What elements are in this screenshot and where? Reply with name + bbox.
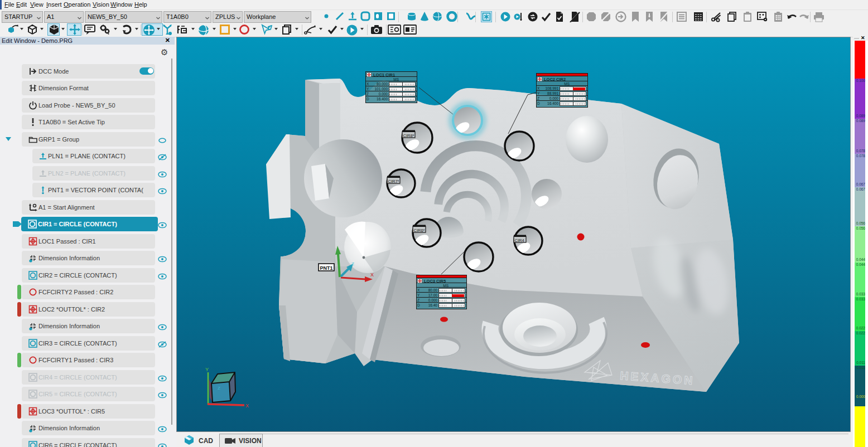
svg-text:X: X [370, 272, 374, 278]
svg-text:CIR7*: CIR7* [388, 179, 399, 184]
svg-text:Y: Y [205, 367, 209, 372]
svg-text:CIR8*: CIR8* [403, 133, 414, 138]
svg-text:CIR6*: CIR6* [414, 228, 425, 233]
svg-text:Z: Z [351, 261, 354, 266]
svg-text:X: X [245, 403, 249, 409]
svg-text:CIR4: CIR4 [515, 238, 524, 243]
svg-text:PNT1: PNT1 [320, 265, 333, 271]
svg-text:Z: Z [218, 386, 220, 391]
